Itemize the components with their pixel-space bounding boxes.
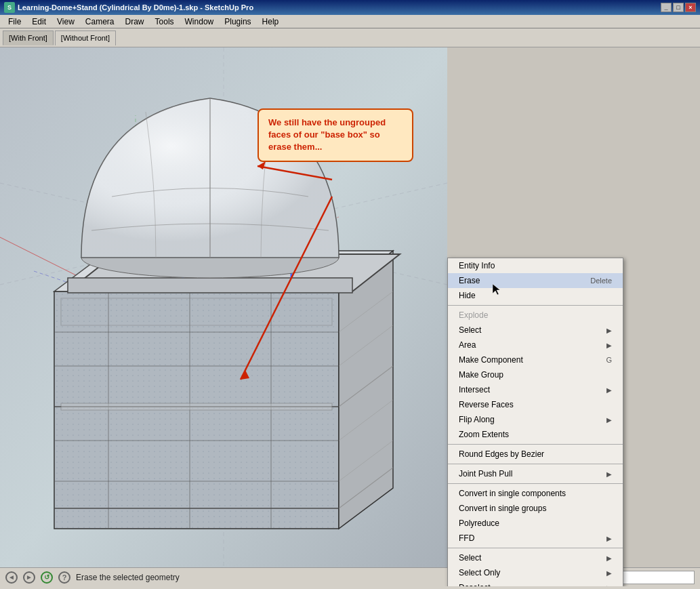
ctx-round-edges-label: Round Edges by Bezier [459,449,544,459]
title-bar-left: S Learning-Dome+Stand (Cylindrical By D0… [4,2,253,13]
main-area: We still have the ungrouped faces of our… [0,47,700,586]
ctx-reverse-faces-label: Reverse Faces [459,400,514,409]
title-bar-controls: _ □ × [661,3,696,12]
status-help-icon[interactable]: ? [58,571,70,584]
ctx-deselect-arrow: ▶ [606,584,612,587]
svg-rect-32 [61,403,332,410]
ctx-intersect-label: Intersect [459,385,490,394]
ctx-select-only-arrow: ▶ [606,569,612,577]
callout-text: We still have the ungrouped faces of our… [268,117,386,152]
ctx-sep1 [448,305,623,306]
ctx-zoom-extents-label: Zoom Extents [459,430,509,439]
ctx-erase-label: Erase [459,276,480,285]
ctx-sep2 [448,444,623,445]
menu-plugins[interactable]: Plugins [219,16,256,28]
app-icon: S [4,2,15,13]
svg-rect-34 [68,278,352,293]
menu-edit[interactable]: Edit [26,16,52,28]
ctx-intersect[interactable]: Intersect ▶ [448,382,623,397]
ctx-flip-along[interactable]: Flip Along ▶ [448,412,623,427]
status-text: Erase the selected geometry [76,573,180,582]
maximize-button[interactable]: □ [673,3,684,12]
status-reset-button[interactable]: ↺ [41,571,53,584]
ctx-convert-groups[interactable]: Convert in single groups [448,501,623,516]
ctx-make-component-label: Make Component [459,355,523,365]
ctx-sep5 [448,548,623,548]
callout-annotation: We still have the ungrouped faces of our… [258,108,413,162]
ctx-make-component[interactable]: Make Component G [448,352,623,367]
ctx-deselect-label: Deselect [459,583,491,586]
tab-with-front[interactable]: [With Front] [3,31,54,45]
ctx-ffd[interactable]: FFD ▶ [448,531,623,546]
ctx-make-group-label: Make Group [459,370,503,380]
ctx-explode-label: Explode [459,310,488,320]
ctx-area-arrow: ▶ [606,342,612,349]
ctx-round-edges[interactable]: Round Edges by Bezier [448,447,623,462]
ctx-select2-arrow: ▶ [606,554,612,562]
ctx-select-label: Select [459,325,481,335]
ctx-select2[interactable]: Select ▶ [448,550,623,565]
ctx-explode: Explode [448,308,623,323]
ctx-select2-label: Select [459,553,481,563]
ctx-flip-along-label: Flip Along [459,415,495,424]
ctx-erase-shortcut: Delete [590,277,612,285]
ctx-sep3 [448,464,623,464]
ctx-joint-push-pull-arrow: ▶ [606,470,612,478]
status-forward-button[interactable]: ► [23,571,35,584]
menu-draw[interactable]: Draw [120,16,150,28]
ctx-convert-groups-label: Convert in single groups [459,504,546,513]
ctx-select[interactable]: Select ▶ [448,323,623,338]
ctx-select-arrow: ▶ [606,327,612,334]
menu-bar: File Edit View Camera Draw Tools Window … [0,15,700,28]
ctx-convert-components[interactable]: Convert in single components [448,486,623,501]
ctx-hide[interactable]: Hide [448,288,623,303]
ctx-joint-push-pull-label: Joint Push Pull [459,469,512,479]
close-button[interactable]: × [685,3,696,12]
toolbar: [With Front] [Without Front] [0,28,700,47]
ctx-select-only[interactable]: Select Only ▶ [448,565,623,580]
ctx-reverse-faces[interactable]: Reverse Faces [448,397,623,412]
ctx-zoom-extents[interactable]: Zoom Extents [448,427,623,442]
ctx-convert-components-label: Convert in single components [459,489,566,498]
ctx-hide-label: Hide [459,291,476,300]
ctx-flip-along-arrow: ▶ [606,416,612,424]
ctx-ffd-label: FFD [459,533,474,543]
ctx-area-label: Area [459,340,476,350]
status-back-button[interactable]: ◄ [5,571,18,584]
window-title: Learning-Dome+Stand (Cylindrical By D0me… [18,3,253,12]
ctx-polyreduce-label: Polyreduce [459,519,499,528]
ctx-make-component-shortcut: G [606,356,612,364]
ctx-entity-info-label: Entity Info [459,261,495,270]
minimize-button[interactable]: _ [661,3,672,12]
ctx-deselect[interactable]: Deselect ▶ [448,580,623,586]
tab-without-front[interactable]: [Without Front] [55,31,116,45]
context-menu: Entity Info Erase Delete Hide Explode Se… [447,258,623,586]
ctx-select-only-label: Select Only [459,568,500,577]
ctx-intersect-arrow: ▶ [606,386,612,394]
ctx-sep4 [448,483,623,484]
ctx-ffd-arrow: ▶ [606,535,612,542]
menu-camera[interactable]: Camera [80,16,120,28]
ctx-erase[interactable]: Erase Delete [448,273,623,288]
menu-view[interactable]: View [52,16,80,28]
menu-file[interactable]: File [3,16,26,28]
ctx-area[interactable]: Area ▶ [448,338,623,352]
ctx-joint-push-pull[interactable]: Joint Push Pull ▶ [448,466,623,481]
menu-help[interactable]: Help [257,16,285,28]
ctx-entity-info[interactable]: Entity Info [448,258,623,273]
menu-window[interactable]: Window [180,16,220,28]
title-bar: S Learning-Dome+Stand (Cylindrical By D0… [0,0,700,15]
ctx-make-group[interactable]: Make Group [448,367,623,382]
menu-tools[interactable]: Tools [150,16,180,28]
ctx-polyreduce[interactable]: Polyreduce [448,516,623,531]
